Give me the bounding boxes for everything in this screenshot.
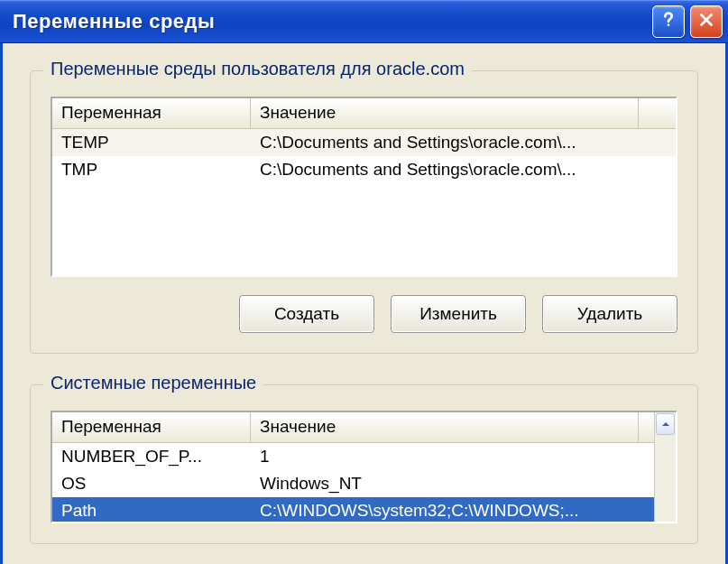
user-vars-header[interactable]: Переменная Значение: [52, 98, 676, 129]
cell-value: C:\Documents and Settings\oracle.com\...: [251, 160, 639, 180]
column-header-value[interactable]: Значение: [251, 412, 639, 442]
system-vars-listview[interactable]: Переменная Значение NUMBER_OF_P... 1 OS …: [51, 411, 677, 523]
chevron-up-icon: [660, 415, 671, 434]
window-title: Переменные среды: [13, 10, 652, 33]
cell-variable: OS: [52, 474, 251, 494]
column-header-spacer: [639, 98, 676, 128]
user-vars-listview[interactable]: Переменная Значение TEMP C:\Documents an…: [51, 97, 677, 277]
delete-button[interactable]: Удалить: [542, 295, 677, 333]
list-item[interactable]: NUMBER_OF_P... 1: [52, 443, 676, 470]
help-button[interactable]: [652, 5, 685, 38]
cell-value: C:\Documents and Settings\oracle.com\...: [251, 133, 639, 153]
user-vars-legend: Переменные среды пользователя для oracle…: [43, 59, 472, 79]
user-vars-buttons: Создать Изменить Удалить: [51, 295, 677, 333]
help-icon: [659, 10, 678, 34]
column-header-variable[interactable]: Переменная: [52, 412, 251, 442]
cell-value: Windows_NT: [251, 474, 639, 494]
list-item[interactable]: Path C:\WINDOWS\system32;C:\WINDOWS;...: [52, 497, 676, 523]
edit-button[interactable]: Изменить: [391, 295, 526, 333]
system-vars-header[interactable]: Переменная Значение: [52, 412, 676, 443]
close-button[interactable]: [690, 5, 723, 38]
system-vars-body: NUMBER_OF_P... 1 OS Windows_NT Path C:\W…: [52, 443, 676, 523]
system-vars-group: Системные переменные Переменная Значение…: [30, 384, 698, 544]
system-vars-legend: Системные переменные: [43, 373, 263, 393]
scrollbar[interactable]: [654, 412, 676, 522]
cell-variable: NUMBER_OF_P...: [52, 447, 251, 467]
cell-variable: TEMP: [52, 133, 251, 153]
create-button[interactable]: Создать: [239, 295, 374, 333]
column-header-variable[interactable]: Переменная: [52, 98, 251, 128]
titlebar-buttons: [652, 5, 723, 38]
scroll-up-button[interactable]: [656, 413, 675, 435]
user-vars-body: TEMP C:\Documents and Settings\oracle.co…: [52, 129, 676, 183]
cell-variable: Path: [52, 501, 251, 521]
cell-value: 1: [251, 447, 639, 467]
client-area: Переменные среды пользователя для oracle…: [0, 43, 728, 564]
user-vars-group: Переменные среды пользователя для oracle…: [30, 70, 698, 354]
list-item[interactable]: OS Windows_NT: [52, 470, 676, 497]
list-item[interactable]: TMP C:\Documents and Settings\oracle.com…: [52, 156, 676, 183]
titlebar[interactable]: Переменные среды: [0, 0, 728, 43]
cell-value: C:\WINDOWS\system32;C:\WINDOWS;...: [251, 501, 639, 521]
cell-variable: TMP: [52, 160, 251, 180]
column-header-value[interactable]: Значение: [251, 98, 639, 128]
list-item[interactable]: TEMP C:\Documents and Settings\oracle.co…: [52, 129, 676, 156]
close-icon: [696, 10, 716, 34]
